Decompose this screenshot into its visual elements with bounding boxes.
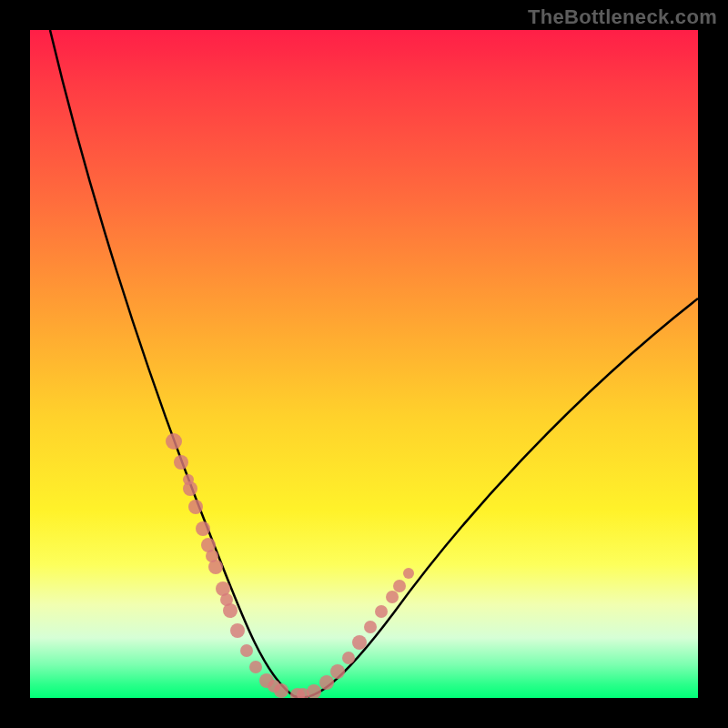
plot-area	[30, 30, 698, 698]
svg-point-9	[230, 623, 245, 638]
svg-point-17	[330, 664, 345, 679]
svg-point-20	[364, 621, 377, 633]
svg-point-25	[268, 680, 280, 693]
svg-point-16	[319, 675, 334, 690]
svg-point-0	[166, 433, 182, 450]
curve-markers	[166, 433, 414, 698]
svg-point-18	[342, 652, 355, 664]
watermark-text: TheBottleneck.com	[528, 5, 717, 29]
svg-point-23	[393, 580, 406, 592]
svg-point-4	[196, 521, 210, 536]
svg-point-22	[386, 591, 399, 603]
svg-point-19	[352, 635, 367, 650]
svg-point-11	[249, 661, 262, 673]
svg-point-29	[220, 593, 233, 606]
svg-point-27	[183, 474, 194, 485]
chart-frame: TheBottleneck.com	[0, 0, 728, 728]
svg-point-28	[206, 550, 218, 562]
svg-point-1	[174, 455, 188, 470]
svg-point-10	[240, 644, 253, 657]
bottleneck-curve	[50, 30, 698, 698]
svg-point-21	[375, 605, 388, 618]
chart-svg	[30, 30, 698, 698]
svg-point-3	[188, 500, 203, 514]
svg-point-24	[403, 568, 414, 579]
